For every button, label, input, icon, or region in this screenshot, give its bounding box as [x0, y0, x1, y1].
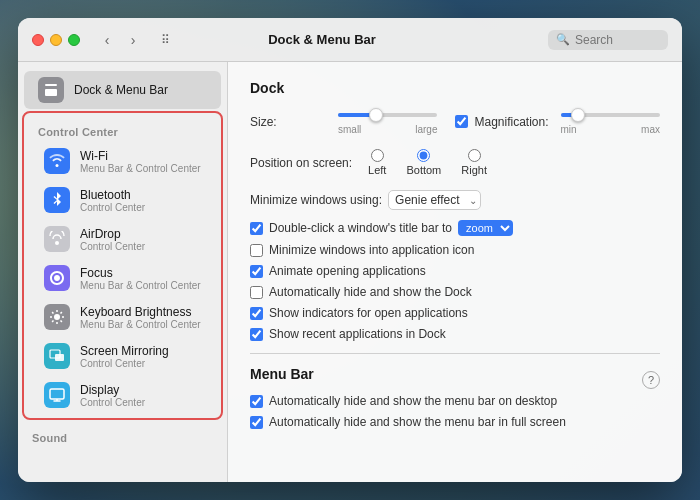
menu-bar-title: Menu Bar — [250, 366, 314, 382]
dock-menu-bar-icon — [38, 77, 64, 103]
control-center-label: Control Center — [38, 126, 118, 138]
sidebar-item-keyboard-brightness[interactable]: Keyboard Brightness Menu Bar & Control C… — [30, 298, 215, 336]
divider — [250, 353, 660, 354]
size-label: Size: — [250, 115, 330, 129]
position-options: Left Bottom Right — [368, 149, 487, 176]
svg-line-10 — [61, 312, 62, 313]
sound-label: Sound — [32, 432, 67, 444]
close-button[interactable] — [32, 34, 44, 46]
sidebar-item-dock-menu-bar[interactable]: Dock & Menu Bar — [24, 71, 221, 109]
animate-checkbox[interactable] — [250, 265, 263, 278]
display-icon — [44, 382, 70, 408]
sidebar-item-focus[interactable]: Focus Menu Bar & Control Center — [30, 259, 215, 297]
position-left-label: Left — [368, 164, 386, 176]
svg-rect-14 — [50, 389, 64, 399]
sidebar-dock-label: Dock & Menu Bar — [74, 83, 168, 97]
minimize-to-icon-row: Minimize windows into application icon — [250, 243, 660, 257]
sound-header: Sound — [18, 422, 227, 447]
svg-rect-1 — [45, 89, 57, 96]
double-click-checkbox[interactable] — [250, 222, 263, 235]
wifi-text: Wi-Fi Menu Bar & Control Center — [80, 149, 201, 174]
display-text: Display Control Center — [80, 383, 145, 408]
autohide-label: Automatically hide and show the Dock — [269, 285, 472, 299]
position-row: Position on screen: Left Bottom Right — [250, 149, 660, 176]
animate-row: Animate opening applications — [250, 264, 660, 278]
system-preferences-window: ‹ › ⠿ Dock & Menu Bar 🔍 Dock & Menu B — [18, 18, 682, 482]
autohide-desktop-row: Automatically hide and show the menu bar… — [250, 394, 660, 408]
sidebar-item-display[interactable]: Display Control Center — [30, 376, 215, 414]
display-sub: Control Center — [80, 397, 145, 408]
content-area: Dock & Menu Bar Control Center — [18, 62, 682, 482]
show-indicators-row: Show indicators for open applications — [250, 306, 660, 320]
position-left[interactable]: Left — [368, 149, 386, 176]
svg-line-11 — [52, 321, 53, 322]
help-button[interactable]: ? — [642, 371, 660, 389]
double-click-row: Double-click a window's title bar to zoo… — [250, 220, 660, 236]
search-box[interactable]: 🔍 — [548, 30, 668, 50]
svg-point-2 — [55, 241, 59, 245]
svg-rect-0 — [45, 84, 57, 86]
bluetooth-label: Bluetooth — [80, 188, 145, 202]
search-icon: 🔍 — [556, 33, 570, 46]
autohide-desktop-checkbox[interactable] — [250, 395, 263, 408]
magnification-checkbox[interactable] — [455, 115, 468, 128]
focus-text: Focus Menu Bar & Control Center — [80, 266, 201, 291]
minimize-to-icon-checkbox[interactable] — [250, 244, 263, 257]
sidebar-item-wifi[interactable]: Wi-Fi Menu Bar & Control Center — [30, 142, 215, 180]
autohide-fullscreen-row: Automatically hide and show the menu bar… — [250, 415, 660, 429]
position-bottom[interactable]: Bottom — [406, 149, 441, 176]
wifi-label: Wi-Fi — [80, 149, 201, 163]
show-indicators-checkbox[interactable] — [250, 307, 263, 320]
keyboard-brightness-icon — [44, 304, 70, 330]
show-recent-row: Show recent applications in Dock — [250, 327, 660, 341]
autohide-fullscreen-label: Automatically hide and show the menu bar… — [269, 415, 566, 429]
mag-slider-labels: min max — [561, 124, 660, 135]
size-slider-labels: small large — [338, 124, 437, 135]
sidebar-item-screen-mirroring[interactable]: Screen Mirroring Control Center — [30, 337, 215, 375]
size-large-label: large — [415, 124, 437, 135]
position-bottom-radio[interactable] — [417, 149, 430, 162]
position-right-radio[interactable] — [468, 149, 481, 162]
display-label: Display — [80, 383, 145, 397]
svg-rect-13 — [55, 354, 64, 361]
show-recent-checkbox[interactable] — [250, 328, 263, 341]
position-right[interactable]: Right — [461, 149, 487, 176]
fullscreen-button[interactable] — [68, 34, 80, 46]
double-click-select[interactable]: zoom fill — [458, 220, 513, 236]
airdrop-sub: Control Center — [80, 241, 145, 252]
control-center-section: Control Center Wi-Fi Menu Bar & Control … — [22, 111, 223, 420]
double-click-label: Double-click a window's title bar to — [269, 221, 452, 235]
titlebar: ‹ › ⠿ Dock & Menu Bar 🔍 — [18, 18, 682, 62]
minimize-to-icon-label: Minimize windows into application icon — [269, 243, 474, 257]
sidebar-item-airdrop[interactable]: AirDrop Control Center — [30, 220, 215, 258]
window-title: Dock & Menu Bar — [106, 32, 538, 47]
magnification-label: Magnification: — [474, 115, 548, 129]
minimize-label: Minimize windows using: — [250, 193, 382, 207]
search-input[interactable] — [575, 33, 655, 47]
autohide-checkbox[interactable] — [250, 286, 263, 299]
screen-mirroring-text: Screen Mirroring Control Center — [80, 344, 169, 369]
sidebar-item-bluetooth[interactable]: Bluetooth Control Center — [30, 181, 215, 219]
keyboard-brightness-text: Keyboard Brightness Menu Bar & Control C… — [80, 305, 201, 330]
dock-section-title: Dock — [250, 80, 660, 96]
minimize-select-wrapper[interactable]: Genie effect Scale effect — [388, 190, 481, 210]
svg-line-9 — [61, 321, 62, 322]
keyboard-brightness-sub: Menu Bar & Control Center — [80, 319, 201, 330]
position-left-radio[interactable] — [371, 149, 384, 162]
autohide-row: Automatically hide and show the Dock — [250, 285, 660, 299]
minimize-button[interactable] — [50, 34, 62, 46]
wifi-icon — [44, 148, 70, 174]
sidebar-dock-text: Dock & Menu Bar — [74, 83, 168, 97]
menu-bar-header-row: Menu Bar ? — [250, 366, 660, 394]
minimize-select[interactable]: Genie effect Scale effect — [388, 190, 481, 210]
control-center-header: Control Center — [24, 116, 221, 141]
position-label: Position on screen: — [250, 156, 352, 170]
position-right-label: Right — [461, 164, 487, 176]
airdrop-icon — [44, 226, 70, 252]
traffic-lights — [32, 34, 80, 46]
autohide-fullscreen-checkbox[interactable] — [250, 416, 263, 429]
size-small-label: small — [338, 124, 361, 135]
focus-label: Focus — [80, 266, 201, 280]
show-indicators-label: Show indicators for open applications — [269, 306, 468, 320]
screen-mirroring-icon — [44, 343, 70, 369]
